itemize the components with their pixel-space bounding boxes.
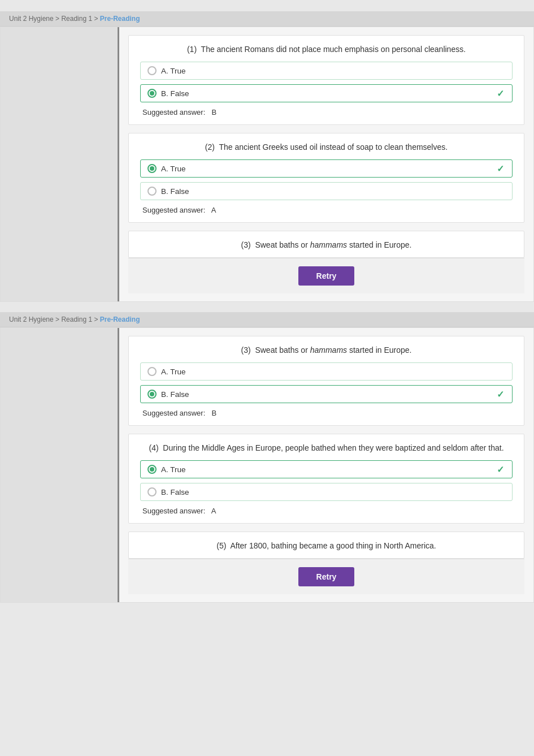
question-text-3-partial: (3) Sweat baths or hammams started in Eu… — [140, 240, 513, 249]
suggested-answer-1: Suggested answer: B — [140, 108, 513, 116]
partial-question-3: (3) Sweat baths or hammams started in Eu… — [128, 231, 524, 258]
check-icon-2: ✓ — [497, 163, 504, 174]
partial-question-5: (5) After 1800, bathing became a good th… — [128, 532, 524, 559]
check-icon-3: ✓ — [497, 389, 504, 400]
breadcrumb2-part-2: Reading 1 — [61, 316, 92, 323]
check-icon-4: ✓ — [497, 464, 504, 475]
radio-1b[interactable] — [147, 89, 157, 98]
breadcrumb-2: Unit 2 Hygiene > Reading 1 > Pre-Reading — [0, 312, 534, 327]
option-label-3a: A. True — [161, 368, 186, 376]
option-row-4a[interactable]: A. True ✓ — [140, 460, 513, 478]
option-row-3a[interactable]: A. True — [140, 362, 513, 381]
option-row-4b[interactable]: B. False — [140, 483, 513, 501]
answer-value-2: A — [210, 206, 216, 214]
left-sidebar-1 — [1, 27, 119, 301]
radio-2a[interactable] — [147, 164, 157, 173]
breadcrumb-part-1: Unit 2 Hygiene — [9, 15, 54, 23]
breadcrumb-part-3: Pre-Reading — [100, 15, 140, 23]
questions-area-1: (1) The ancient Romans did not place muc… — [119, 27, 533, 301]
option-label-1a: A. True — [161, 67, 186, 75]
answer-value-4: A — [210, 507, 216, 515]
question-text-5-partial: (5) After 1800, bathing became a good th… — [140, 541, 513, 550]
option-label-3b: B. False — [161, 390, 189, 399]
option-row-1b[interactable]: B. False ✓ — [140, 84, 513, 102]
option-row-2b[interactable]: B. False — [140, 182, 513, 200]
questions-area-2: (3) Sweat baths or hammams started in Eu… — [119, 328, 533, 602]
option-label-4a: A. True — [161, 465, 186, 474]
section-box-2: (3) Sweat baths or hammams started in Eu… — [0, 327, 534, 603]
question-text-2: (2) The ancient Greeks used oil instead … — [140, 142, 513, 152]
breadcrumb-1: Unit 2 Hygiene > Reading 1 > Pre-Reading — [0, 11, 534, 27]
suggested-answer-3: Suggested answer: B — [140, 409, 513, 417]
option-label-2b: B. False — [161, 187, 189, 196]
radio-3b[interactable] — [147, 390, 157, 399]
option-row-2a[interactable]: A. True ✓ — [140, 159, 513, 178]
breadcrumb2-part-3: Pre-Reading — [100, 316, 140, 323]
suggested-answer-2: Suggested answer: A — [140, 206, 513, 214]
question-block-4: (4) During the Middle Ages in Europe, pe… — [128, 434, 524, 524]
section-1: Unit 2 Hygiene > Reading 1 > Pre-Reading… — [0, 11, 534, 302]
retry-button-1[interactable]: Retry — [298, 266, 355, 286]
answer-value-1: B — [210, 108, 216, 116]
breadcrumb2-part-1: Unit 2 Hygiene — [9, 316, 54, 323]
radio-4b[interactable] — [147, 487, 157, 496]
retry-bar-1: Retry — [128, 258, 524, 293]
option-row-1a[interactable]: A. True — [140, 62, 513, 80]
question-block-1: (1) The ancient Romans did not place muc… — [128, 35, 524, 125]
radio-3a[interactable] — [147, 367, 157, 376]
radio-1a[interactable] — [147, 66, 157, 75]
answer-value-3: B — [210, 409, 216, 417]
radio-2b[interactable] — [147, 187, 157, 196]
section-2: Unit 2 Hygiene > Reading 1 > Pre-Reading… — [0, 312, 534, 603]
option-label-4b: B. False — [161, 488, 189, 496]
retry-button-2[interactable]: Retry — [298, 567, 355, 586]
radio-4a[interactable] — [147, 465, 157, 474]
option-label-1b: B. False — [161, 89, 189, 98]
section-box-1: (1) The ancient Romans did not place muc… — [0, 27, 534, 302]
breadcrumb-part-2: Reading 1 — [61, 15, 92, 23]
left-sidebar-2 — [1, 328, 119, 602]
retry-bar-2: Retry — [128, 559, 524, 594]
option-row-3b[interactable]: B. False ✓ — [140, 385, 513, 403]
suggested-answer-4: Suggested answer: A — [140, 507, 513, 515]
question-block-2: (2) The ancient Greeks used oil instead … — [128, 133, 524, 223]
question-text-1: (1) The ancient Romans did not place muc… — [140, 45, 513, 54]
option-label-2a: A. True — [161, 165, 186, 173]
question-text-4: (4) During the Middle Ages in Europe, pe… — [140, 443, 513, 452]
question-text-3: (3) Sweat baths or hammams started in Eu… — [140, 345, 513, 355]
question-block-3: (3) Sweat baths or hammams started in Eu… — [128, 336, 524, 426]
check-icon-1: ✓ — [497, 88, 504, 99]
